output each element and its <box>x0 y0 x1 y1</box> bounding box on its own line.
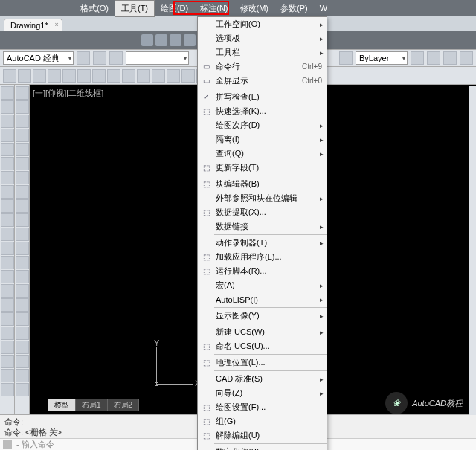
tool-icon[interactable] <box>1 213 14 227</box>
toolbar-icon[interactable] <box>93 51 106 65</box>
menu-item-加载应用程序L[interactable]: ⬚加载应用程序(L)... <box>198 250 327 264</box>
menu-item-绘图次序D[interactable]: 绘图次序(D)▸ <box>198 118 327 132</box>
tool-icon[interactable] <box>1 171 14 184</box>
toolbar-icon[interactable] <box>411 51 424 65</box>
tool-icon[interactable] <box>1 199 14 213</box>
menu-item-解除编组U[interactable]: ⬚解除编组(U) <box>198 428 327 443</box>
menu-item-数据链接[interactable]: 数据链接▸ <box>198 219 327 234</box>
tool-icon[interactable] <box>1 369 14 382</box>
toolbar-icon[interactable] <box>339 51 353 65</box>
tool-icon[interactable] <box>16 199 29 213</box>
layout-tab[interactable]: 布局1 <box>76 399 108 411</box>
tool-icon[interactable] <box>1 129 14 142</box>
menu-item-快速选择K[interactable]: ⬚快速选择(K)... <box>198 104 327 118</box>
menu-W[interactable]: W <box>314 1 333 15</box>
menu-item-新建UCSW[interactable]: 新建 UCS(W)▸ <box>198 325 327 339</box>
menu-item-CAD标准S[interactable]: CAD 标准(S)▸ <box>198 372 327 386</box>
tool-icon[interactable] <box>1 284 14 298</box>
tool-icon[interactable] <box>16 341 29 354</box>
tool-icon[interactable] <box>1 383 14 396</box>
toolbar-icon[interactable] <box>77 69 91 83</box>
color-combo[interactable]: ByLayer <box>356 51 408 65</box>
toolbar-icon[interactable] <box>152 69 165 83</box>
tool-icon[interactable] <box>16 312 29 326</box>
toolbar-icon[interactable] <box>137 69 150 83</box>
tool-icon[interactable] <box>16 129 29 142</box>
tool-icon[interactable] <box>16 100 29 114</box>
menu-参数P[interactable]: 参数(P) <box>274 1 314 16</box>
toolbar-icon[interactable] <box>443 51 457 65</box>
menu-item-绘图设置F[interactable]: ⬚绘图设置(F)... <box>198 400 327 414</box>
tool-icon[interactable] <box>1 256 14 269</box>
menu-格式O[interactable]: 格式(O) <box>74 1 115 16</box>
toolbar-icon[interactable] <box>460 51 473 65</box>
menu-工具T[interactable]: 工具(T) <box>115 0 155 17</box>
menu-item-动作录制器T[interactable]: 动作录制器(T)▸ <box>198 236 327 250</box>
menu-item-数据提取X[interactable]: ⬚数据提取(X)... <box>198 205 327 219</box>
layout-tab[interactable]: 模型 <box>48 399 76 411</box>
menu-item-更新字段T[interactable]: ⬚更新字段(T) <box>198 161 327 175</box>
tool-icon[interactable] <box>1 242 14 255</box>
tool-icon[interactable] <box>16 270 29 283</box>
menu-item-向导Z[interactable]: 向导(Z)▸ <box>198 386 327 400</box>
menu-item-块编辑器B[interactable]: ⬚块编辑器(B) <box>198 177 327 191</box>
menu-item-宏A[interactable]: 宏(A)▸ <box>198 278 327 292</box>
workspace-combo[interactable]: AutoCAD 经典 <box>3 51 74 65</box>
toolbar-icon[interactable] <box>122 69 135 83</box>
layer-combo[interactable] <box>126 51 189 65</box>
menu-绘图D[interactable]: 绘图(D) <box>155 1 194 16</box>
tool-icon[interactable] <box>16 284 29 298</box>
menu-item-工具栏[interactable]: 工具栏▸ <box>198 45 327 60</box>
tool-icon[interactable] <box>16 383 29 396</box>
tool-icon[interactable] <box>16 143 29 156</box>
menu-item-AutoLISPI[interactable]: AutoLISP(I)▸ <box>198 292 327 306</box>
menu-item-工作空间O[interactable]: 工作空间(O)▸ <box>198 17 327 31</box>
tool-icon[interactable] <box>16 115 29 128</box>
toolbar-icon[interactable] <box>427 51 440 65</box>
menu-item-组G[interactable]: ⬚组(G) <box>198 414 327 428</box>
menu-item-地理位置L[interactable]: ⬚地理位置(L)... <box>198 356 327 370</box>
toolbar-icon[interactable] <box>181 69 195 83</box>
toolbar-icon[interactable] <box>33 69 46 83</box>
qat-icon[interactable] <box>184 34 196 46</box>
document-tab[interactable]: Drawing1* × <box>4 19 62 31</box>
layout-tab[interactable]: 布局2 <box>108 399 140 411</box>
tool-icon[interactable] <box>16 355 29 368</box>
menu-item-外部参照和块在位编辑[interactable]: 外部参照和块在位编辑▸ <box>198 191 327 205</box>
toolbar-icon[interactable] <box>62 69 76 83</box>
menu-item-命令行[interactable]: ▭命令行Ctrl+9 <box>198 60 327 74</box>
toolbar-icon[interactable] <box>107 69 120 83</box>
tool-icon[interactable] <box>16 157 29 170</box>
tool-icon[interactable] <box>1 327 14 340</box>
tool-icon[interactable] <box>16 242 29 255</box>
tool-icon[interactable] <box>1 115 14 128</box>
tool-icon[interactable] <box>1 312 14 326</box>
close-icon[interactable]: × <box>54 21 58 28</box>
tool-icon[interactable] <box>1 228 14 241</box>
menu-item-全屏显示[interactable]: ▭全屏显示Ctrl+0 <box>198 74 327 88</box>
tool-icon[interactable] <box>16 256 29 269</box>
toolbar-icon[interactable] <box>48 69 61 83</box>
tool-icon[interactable] <box>1 157 14 170</box>
menu-item-隔离I[interactable]: 隔离(I)▸ <box>198 132 327 147</box>
tool-icon[interactable] <box>1 185 14 199</box>
tool-icon[interactable] <box>16 298 29 312</box>
menu-item-命名UCSU[interactable]: ⬚命名 UCS(U)... <box>198 339 327 353</box>
menu-标注N[interactable]: 标注(N) <box>194 1 234 16</box>
menu-修改M[interactable]: 修改(M) <box>234 1 275 16</box>
menu-item-选项板[interactable]: 选项板▸ <box>198 31 327 45</box>
tool-icon[interactable] <box>16 228 29 241</box>
tool-icon[interactable] <box>16 327 29 340</box>
tool-icon[interactable] <box>16 86 29 100</box>
qat-icon[interactable] <box>170 34 181 46</box>
tool-icon[interactable] <box>1 298 14 312</box>
toolbar-icon[interactable] <box>77 51 90 65</box>
tool-icon[interactable] <box>16 369 29 382</box>
tool-icon[interactable] <box>16 171 29 184</box>
tool-icon[interactable] <box>1 86 14 100</box>
tool-icon[interactable] <box>16 213 29 227</box>
tool-icon[interactable] <box>1 100 14 114</box>
toolbar-icon[interactable] <box>92 69 106 83</box>
toolbar-icon[interactable] <box>3 69 16 83</box>
menu-item-运行脚本R[interactable]: ⬚运行脚本(R)... <box>198 264 327 278</box>
